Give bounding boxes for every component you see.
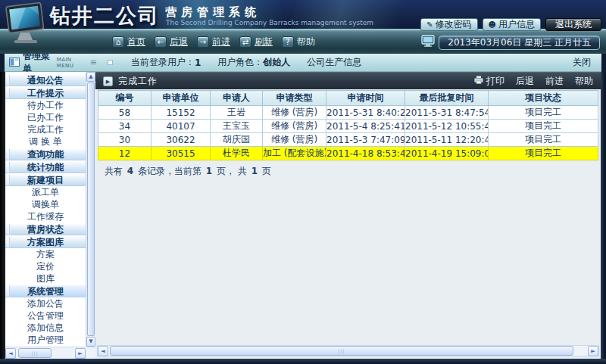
vertical-scroll-thumb[interactable] [87, 82, 95, 336]
sidebar-left-edge [0, 72, 5, 359]
sidebar-item-19[interactable]: 公告管理 [5, 310, 86, 322]
panel-title-icon: ▶ [103, 76, 113, 86]
table-cell: 项目完工 [489, 147, 598, 160]
change-password-button[interactable]: ✎ 修改密码 [420, 18, 477, 31]
session-info: 当前登录用户： 1 用户角色： 创始人 公司生产信息 [97, 56, 573, 69]
menu-grid-icon [9, 55, 20, 70]
scroll-right-icon[interactable]: ► [588, 346, 598, 356]
nav-link-label: 首页 [127, 36, 145, 48]
scroll-left-icon[interactable]: ◄ [98, 346, 108, 356]
scroll-down-icon[interactable]: ▼ [86, 337, 95, 347]
logout-button[interactable]: 退出系统 [545, 18, 601, 31]
toolbar-help-button[interactable]: 帮助 [575, 75, 593, 88]
sidebar-horizontal-scrollbar[interactable]: ◄ ||| ► [5, 347, 95, 359]
content-horizontal-scrollbar[interactable]: ◄ ||| ► [97, 345, 599, 356]
nav-link-forward[interactable]: →前进 [197, 36, 230, 48]
table-row[interactable]: 1230515杜学民加工 (配套设施)2011-4-18 8:53:452011… [98, 147, 598, 160]
scroll-up-icon[interactable]: ▲ [86, 72, 95, 82]
toolbar-back-button[interactable]: 后退 [516, 75, 534, 88]
sidebar-item-9[interactable]: 派工单 [5, 186, 86, 198]
sidebar-section-1[interactable]: 工作提示 [5, 86, 86, 99]
close-link[interactable]: 关闭 [573, 56, 601, 69]
sidebar-vertical-scrollbar[interactable]: ▲ ▼ [86, 72, 95, 347]
sidebar-section-0[interactable]: 通知公告 [5, 73, 86, 86]
header: 钻井二公司 营房管理系统 The Second Drilling Company… [0, 0, 606, 29]
sidebar-section-7[interactable]: 统计功能 [5, 160, 86, 173]
nav-links: ⌂首页←后退→前进⇄刷新?帮助 [112, 36, 315, 48]
table-cell: 项目完工 [489, 106, 598, 120]
scroll-right-icon[interactable]: ► [75, 348, 86, 359]
sidebar-section-8[interactable]: 新建项目 [5, 173, 86, 186]
key-icon: ✎ [426, 21, 433, 29]
sidebar-section-17[interactable]: 系统管理 [5, 285, 86, 297]
computer-icon [421, 35, 435, 50]
datetime-display: 2013年03月06日 星期三 正月廿五 [439, 36, 600, 50]
sidebar-item-5[interactable]: 调 换 单 [5, 135, 86, 148]
print-button[interactable]: 打印 [474, 75, 504, 88]
sidebar-item-4[interactable]: 完成工作 [5, 123, 86, 135]
table-cell: 12 [98, 147, 152, 160]
sidebar-item-11[interactable]: 工作缓存 [5, 210, 86, 222]
sidebar-section-13[interactable]: 方案图库 [5, 235, 86, 248]
sidebar-item-18[interactable]: 添加公告 [5, 297, 86, 310]
sidebar-item-10[interactable]: 调换单 [5, 198, 86, 210]
nav-link-refresh[interactable]: ⇄刷新 [239, 36, 273, 48]
table-row[interactable]: 5815152王岩维修 (营房)2011-5-31 8:40:282011-5-… [98, 106, 598, 120]
main: 通知公告工作提示待办工作已办工作完成工作调 换 单查询功能统计功能新建项目派工单… [0, 72, 606, 359]
table-body: 5815152王岩维修 (营房)2011-5-31 8:40:282011-5-… [98, 106, 598, 160]
total-pages: 1 [251, 166, 258, 176]
date-area: 2013年03月06日 星期三 正月廿五 [421, 35, 600, 50]
company-info-link[interactable]: 公司生产信息 [307, 56, 361, 69]
sidebar-item-15[interactable]: 定价 [5, 260, 86, 272]
hamburger-icon[interactable]: ≡ [90, 58, 97, 67]
horizontal-scroll-thumb[interactable]: ||| [110, 346, 573, 356]
table-cell: 加工 (配套设施) [263, 147, 326, 160]
record-count: 4 [127, 166, 133, 176]
current-page: 1 [206, 166, 212, 176]
column-header: 项目状态 [489, 91, 598, 106]
app-window: 钻井二公司 营房管理系统 The Second Drilling Company… [0, 0, 606, 364]
table-cell: 维修 (营房) [263, 120, 326, 133]
sidebar-item-20[interactable]: 添加信息 [5, 322, 86, 334]
user-icon: ☻ [489, 21, 496, 29]
nav-link-help[interactable]: ?帮助 [282, 36, 315, 48]
sidebar: 通知公告工作提示待办工作已办工作完成工作调 换 单查询功能统计功能新建项目派工单… [0, 72, 95, 359]
column-header: 申请单位 [152, 91, 211, 106]
nav-link-back[interactable]: ←后退 [155, 36, 188, 48]
nav-link-label: 前进 [212, 36, 230, 48]
column-header: 最后批复时间 [405, 91, 489, 106]
table-cell: 30515 [152, 147, 211, 160]
table-cell: 2011-5-31 8:47:54 [405, 106, 489, 120]
scroll-left-icon[interactable]: ◄ [5, 348, 16, 359]
table-cell: 维修 (营房) [263, 106, 326, 120]
sidebar-item-16[interactable]: 图库 [5, 272, 86, 285]
role-value: 创始人 [263, 56, 290, 69]
table-cell: 2011-5-3 7:47:09 [326, 133, 405, 147]
toolbar-forward-button[interactable]: 前进 [545, 75, 564, 88]
pagination: 共有 4 条记录，当前第 1 页， 共 1 页 [95, 160, 601, 178]
table-cell: 30 [98, 133, 152, 147]
sidebar-item-14[interactable]: 方案 [5, 248, 86, 260]
table-cell: 2011-5-12 10:55:42 [405, 120, 489, 133]
table-row[interactable]: 3440107王宝玉维修 (营房)2011-5-4 8:25:412011-5-… [98, 120, 598, 133]
sidebar-body: 通知公告工作提示待办工作已办工作完成工作调 换 单查询功能统计功能新建项目派工单… [5, 72, 95, 359]
h-scroll-track[interactable]: ||| [109, 346, 587, 356]
table-row[interactable]: 3030622胡庆国维修 (营房)2011-5-3 7:47:092011-5-… [98, 133, 598, 147]
panel-title: 完成工作 [118, 75, 158, 88]
sidebar-item-3[interactable]: 已办工作 [5, 111, 86, 123]
nav-link-home[interactable]: ⌂首页 [112, 36, 145, 48]
nav-link-label: 刷新 [255, 36, 273, 48]
sidebar-section-6[interactable]: 查询功能 [5, 148, 86, 160]
table-cell: 项目完工 [489, 120, 598, 133]
h-scroll-track[interactable]: ||| [17, 348, 74, 359]
sidebar-item-21[interactable]: 用户管理 [5, 334, 86, 346]
sidebar-item-2[interactable]: 待办工作 [5, 99, 86, 111]
app-subtitle-en: The Second Drilling Company Barracks man… [166, 19, 373, 26]
nav-link-label: 帮助 [297, 36, 315, 48]
table-cell: 15152 [152, 106, 211, 120]
user-info-button[interactable]: ☻ 用户信息 [483, 18, 541, 31]
table-cell: 项目完工 [489, 133, 598, 147]
app-title: 钻井二公司 [50, 2, 160, 30]
horizontal-scroll-thumb[interactable]: ||| [18, 348, 52, 358]
sidebar-section-12[interactable]: 营房状态 [5, 222, 86, 235]
